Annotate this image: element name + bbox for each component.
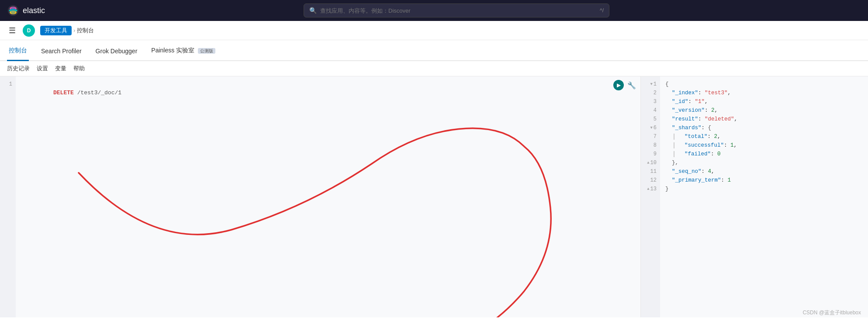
toolbar-settings[interactable]: 设置 xyxy=(37,65,48,72)
output-code-area[interactable]: { "_index": "test3", "_id": "1", "_versi… xyxy=(660,76,868,317)
output-ln-4: 4 xyxy=(641,106,660,115)
output-line-8: "successful": 1, xyxy=(665,141,863,150)
keyword-delete: DELETE xyxy=(53,89,74,96)
output-ln-3: 3 xyxy=(641,97,660,106)
editor-pane: 1 DELETE /test3/_doc/1 ▶ 🔧 xyxy=(0,76,641,317)
top-navbar: elastic 🔍 ^/ xyxy=(0,0,868,21)
fold-icon-1[interactable]: ▼ xyxy=(650,80,652,89)
output-ln-1: ▼1 xyxy=(641,80,660,89)
tab-painless-lab[interactable]: Painless 实验室 公测版 xyxy=(149,47,217,61)
output-line-9: "failed": 0 xyxy=(665,150,863,158)
output-line-12: "_primary_term": 1 xyxy=(665,176,863,185)
watermark: CSDN @蓝盒子itbluebox xyxy=(802,309,861,317)
search-input[interactable] xyxy=(320,7,596,14)
breadcrumb: 开发工具 › 控制台 xyxy=(40,26,94,35)
output-line-1: { xyxy=(665,80,863,89)
toolbar-help[interactable]: 帮助 xyxy=(73,65,85,72)
editor-content: 1 DELETE /test3/_doc/1 xyxy=(0,76,640,317)
output-pane: ▼1 2 3 4 5 ▼6 7 8 9 ▲10 11 12 ▲13 { "_in… xyxy=(641,76,868,317)
output-ln-12: 12 xyxy=(641,176,660,185)
elastic-logo: elastic xyxy=(7,4,45,17)
tab-search-profiler[interactable]: Search Profiler xyxy=(39,48,83,61)
brand-name: elastic xyxy=(23,6,45,15)
fold-icon-6[interactable]: ▼ xyxy=(650,124,652,132)
editor-line-numbers: 1 xyxy=(0,76,16,317)
line-number-1: 1 xyxy=(0,80,16,89)
output-line-11: "_seq_no": 4, xyxy=(665,167,863,176)
svg-point-4 xyxy=(10,7,16,14)
toolbar: 历史记录 设置 变量 帮助 xyxy=(0,61,868,76)
output-ln-13: ▲13 xyxy=(641,185,660,193)
tab-grok-debugger[interactable]: Grok Debugger xyxy=(94,48,139,61)
painless-badge: 公测版 xyxy=(198,48,215,54)
output-line-7: "total": 2, xyxy=(665,132,863,141)
toolbar-variables[interactable]: 变量 xyxy=(55,65,66,72)
output-line-2: "_index": "test3", xyxy=(665,89,863,97)
output-line-3: "_id": "1", xyxy=(665,97,863,106)
user-avatar[interactable]: D xyxy=(23,24,35,37)
output-ln-6: ▼6 xyxy=(641,124,660,132)
run-button[interactable]: ▶ xyxy=(613,80,624,90)
output-line-10: }, xyxy=(665,158,863,167)
output-line-13: } xyxy=(665,185,863,193)
tab-console[interactable]: 控制台 xyxy=(7,47,29,61)
global-search-bar[interactable]: 🔍 ^/ xyxy=(304,3,609,17)
output-line-4: "_version": 2, xyxy=(665,106,863,115)
output-line-6: "_shards": { xyxy=(665,124,863,132)
output-ln-7: 7 xyxy=(641,132,660,141)
search-icon: 🔍 xyxy=(309,7,317,14)
fold-icon-13[interactable]: ▲ xyxy=(647,185,649,193)
tools-button[interactable]: 🔧 xyxy=(626,80,637,90)
code-line-1: DELETE /test3/_doc/1 xyxy=(19,80,637,106)
output-line-numbers: ▼1 2 3 4 5 ▼6 7 8 9 ▲10 11 12 ▲13 xyxy=(641,76,660,317)
elastic-logo-icon xyxy=(7,4,19,17)
output-ln-11: 11 xyxy=(641,167,660,176)
output-ln-10: ▲10 xyxy=(641,158,660,167)
toolbar-history[interactable]: 历史记录 xyxy=(7,65,30,72)
output-ln-8: 8 xyxy=(641,141,660,150)
fold-icon-10[interactable]: ▲ xyxy=(647,158,649,167)
breadcrumb-separator: › xyxy=(73,27,75,34)
tab-navigation: 控制台 Search Profiler Grok Debugger Painle… xyxy=(0,40,868,61)
output-line-5: "result": "deleted", xyxy=(665,115,863,124)
secondary-nav: ☰ D 开发工具 › 控制台 xyxy=(0,21,868,40)
hamburger-button[interactable]: ☰ xyxy=(7,24,17,37)
code-path: /test3/_doc/1 xyxy=(74,89,121,96)
editor-actions: ▶ 🔧 xyxy=(613,80,637,90)
breadcrumb-link[interactable]: 开发工具 xyxy=(40,26,72,35)
output-ln-9: 9 xyxy=(641,150,660,158)
search-shortcut: ^/ xyxy=(600,7,604,14)
output-ln-5: 5 xyxy=(641,115,660,124)
main-area: 1 DELETE /test3/_doc/1 ▶ 🔧 ▼1 2 3 4 5 ▼6 xyxy=(0,76,868,317)
output-ln-2: 2 xyxy=(641,89,660,97)
breadcrumb-current: 控制台 xyxy=(77,27,94,34)
output-content: ▼1 2 3 4 5 ▼6 7 8 9 ▲10 11 12 ▲13 { "_in… xyxy=(641,76,868,317)
code-area[interactable]: DELETE /test3/_doc/1 xyxy=(16,76,640,317)
